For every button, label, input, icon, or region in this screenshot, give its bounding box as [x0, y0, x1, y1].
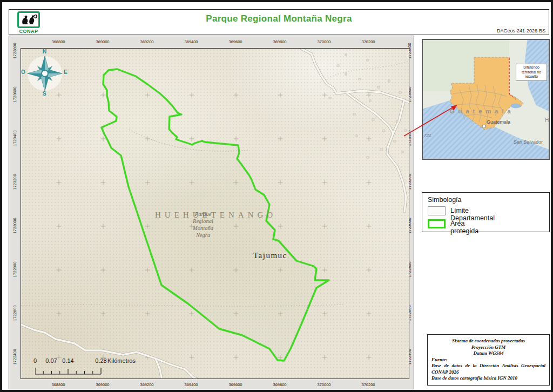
- coord-label: 1723800: [12, 43, 17, 58]
- coord-label: 369200: [140, 382, 153, 387]
- coord-label: 1722800: [12, 261, 17, 277]
- crs-line: Sistema de coordenadas proyectadas: [431, 338, 545, 344]
- scale-bar-ticks: [35, 366, 105, 375]
- inset-capital-label: Guatemala: [487, 119, 510, 125]
- departmental-boundary-swatch: [428, 206, 446, 215]
- coord-label: 1723200: [12, 174, 17, 190]
- inset-city-label: San Salvador: [514, 139, 543, 145]
- sheet-code: DAGeos-241-2026-BS: [497, 28, 545, 33]
- compass-n-label: N: [43, 49, 46, 55]
- inset-honduras-label: H o: [545, 117, 550, 123]
- map-canvas: N E S O HUEHUETENANGO ParqueRegionalMont…: [21, 48, 409, 379]
- projection-line: Proyección GTM: [431, 344, 545, 351]
- coord-label: 369200: [140, 39, 153, 44]
- coord-label: 369600: [228, 382, 242, 387]
- park-name-label: ParqueRegionalMontañaNegra: [181, 211, 225, 239]
- territorial-note: Diferendo territorial no resuelto: [516, 64, 547, 81]
- inset-locator-map: Diferendo territorial no resuelto G u a …: [422, 39, 550, 160]
- datum-line: Datum WGS84: [431, 350, 545, 357]
- coord-label: 369800: [273, 39, 286, 44]
- legend-title: Simbología: [428, 196, 462, 204]
- legend-item-label: Área protegida: [450, 220, 478, 235]
- coord-label: 370200: [361, 382, 375, 387]
- coord-label: 1723600: [12, 86, 17, 102]
- source-line: Base de datos cartografía básica IGN 201…: [431, 375, 545, 382]
- map-sheet: CONAP Parque Regional Montaña Negra DAGe…: [0, 0, 553, 392]
- coord-label: 369000: [96, 382, 109, 387]
- compass-s-label: S: [43, 91, 46, 97]
- coord-label: 370000: [317, 382, 331, 387]
- conap-logo-label: CONAP: [12, 29, 45, 34]
- inset-country-label: G u a t e m a l a: [450, 108, 512, 114]
- scale-unit: Kilómetros: [107, 357, 136, 364]
- coord-label: 369600: [228, 39, 242, 44]
- legend-panel: Simbología Límite Departamental Área pro…: [422, 192, 550, 232]
- protected-area-swatch: [428, 219, 446, 228]
- scale-value: 0.28: [95, 357, 106, 364]
- coord-label: 1722400: [12, 349, 17, 364]
- header-bar: CONAP Parque Regional Montaña Negra DAGe…: [9, 9, 549, 35]
- compass-w-label: O: [21, 69, 25, 75]
- source-line: Base de datos de la Dirección Análisis G…: [431, 363, 545, 375]
- scale-bar: 0 0.07 0.14 0.28 Kilómetros: [34, 357, 174, 376]
- page-title: Parque Regional Montaña Negra: [9, 13, 549, 24]
- source-heading: Fuente:: [431, 357, 545, 363]
- scale-value: 0.07: [45, 357, 57, 364]
- coord-label: 369000: [96, 39, 109, 44]
- inset-capital-dot: [482, 125, 485, 128]
- inset-road-number: 721: [424, 133, 431, 138]
- scale-value: 0.14: [62, 357, 73, 364]
- coord-label: 370000: [317, 39, 331, 44]
- coord-label: 1723000: [12, 218, 17, 233]
- coord-label: 1723400: [12, 130, 17, 146]
- coord-label: 1722600: [12, 305, 17, 321]
- credits-panel: Sistema de coordenadas proyectadas Proye…: [427, 334, 550, 386]
- coord-label: 370200: [361, 39, 375, 44]
- inset-lake: [511, 104, 521, 108]
- coord-label: 369800: [273, 382, 286, 387]
- coord-label: 368800: [51, 382, 65, 387]
- coord-label: 368800: [51, 39, 65, 44]
- compass-e-label: E: [64, 69, 68, 75]
- scale-value: 0: [33, 357, 37, 364]
- map-frame: 368800 369000 369200 369400 369600 36980…: [9, 36, 414, 389]
- coord-label: 369400: [184, 39, 198, 44]
- coord-label: 369400: [184, 382, 198, 387]
- town-label: Tajumuc: [253, 251, 287, 260]
